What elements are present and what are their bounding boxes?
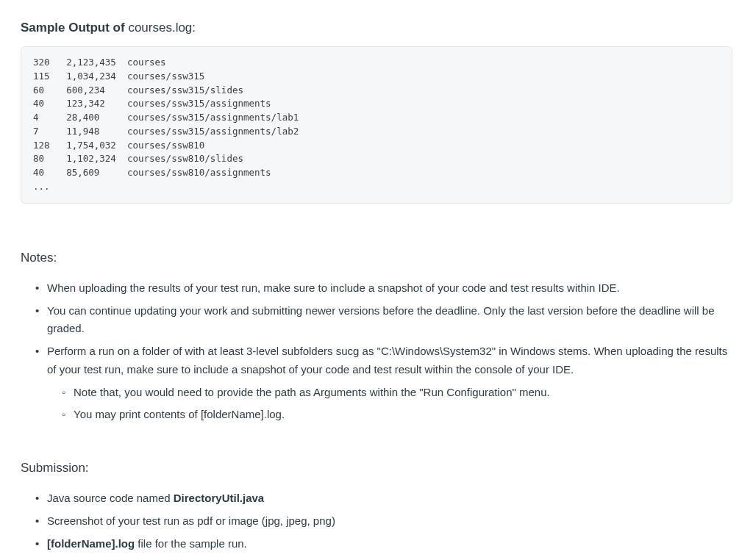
list-item: Perform a run on a folder of with at lea… [35,342,732,424]
list-item: Java source code named DirectoryUtil.jav… [35,489,732,508]
sample-output-heading: Sample Output of courses.log: [21,18,732,37]
heading-bold: Sample Output of [21,21,128,35]
heading-filename: courses.log: [128,21,196,35]
list-item: You can continue updating your work and … [35,302,732,339]
notes-list: When uploading the results of your test … [21,279,732,424]
notes-sublist: Note that, you would need to provide the… [47,384,732,425]
submission-list: Java source code named DirectoryUtil.jav… [21,489,732,553]
item-bold: [folderName].log [47,537,135,550]
list-item: Screenshot of your test run as pdf or im… [35,512,732,531]
notes-heading: Notes: [21,248,732,268]
item-prefix: Java source code named [47,492,174,504]
list-item: When uploading the results of your test … [35,279,732,298]
list-item: Note that, you would need to provide the… [62,384,732,402]
list-item: [folderName].log file for the sample run… [35,535,732,553]
list-item-text: Perform a run on a folder of with at lea… [47,345,727,376]
code-output-block: 320 2,123,435 courses 115 1,034,234 cour… [21,46,732,204]
item-bold: DirectoryUtil.java [174,492,264,504]
submission-heading: Submission: [21,458,732,478]
item-suffix: file for the sample run. [135,537,247,550]
list-item: You may print contents of [folderName].l… [62,406,732,424]
